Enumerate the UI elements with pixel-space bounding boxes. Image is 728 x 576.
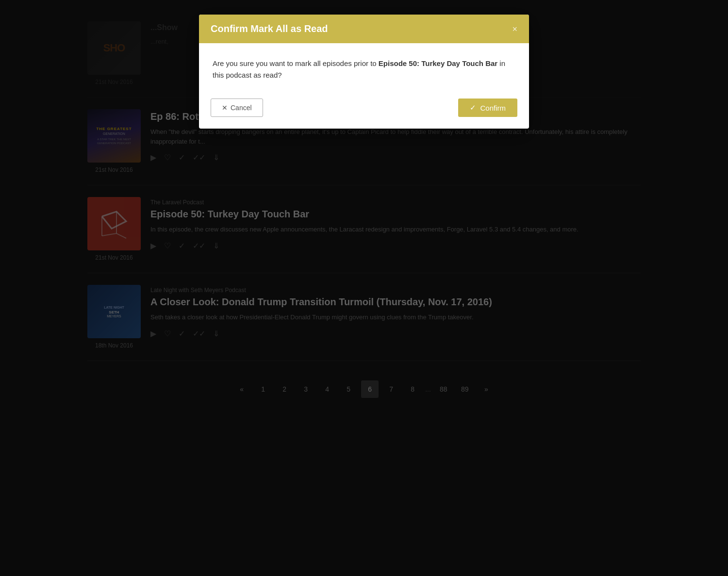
modal-close-button[interactable]: × bbox=[512, 25, 517, 33]
modal-body: Are you sure you want to mark all episod… bbox=[199, 43, 529, 91]
confirm-modal: Confirm Mark All as Read × Are you sure … bbox=[199, 15, 529, 129]
modal-body-text-before: Are you sure you want to mark all episod… bbox=[213, 59, 379, 67]
modal-footer: ✕ Cancel ✓ Confirm bbox=[199, 91, 529, 129]
modal-title: Confirm Mark All as Read bbox=[211, 23, 328, 34]
cancel-icon: ✕ bbox=[222, 104, 228, 112]
confirm-check-icon: ✓ bbox=[470, 103, 476, 112]
confirm-button[interactable]: ✓ Confirm bbox=[458, 99, 517, 117]
confirm-label: Confirm bbox=[480, 104, 506, 112]
cancel-label: Cancel bbox=[231, 104, 252, 112]
modal-body-episode-name: Episode 50: Turkey Day Touch Bar bbox=[379, 59, 497, 67]
modal-header: Confirm Mark All as Read × bbox=[199, 15, 529, 43]
cancel-button[interactable]: ✕ Cancel bbox=[211, 99, 263, 117]
modal-overlay: Confirm Mark All as Read × Are you sure … bbox=[0, 0, 728, 576]
